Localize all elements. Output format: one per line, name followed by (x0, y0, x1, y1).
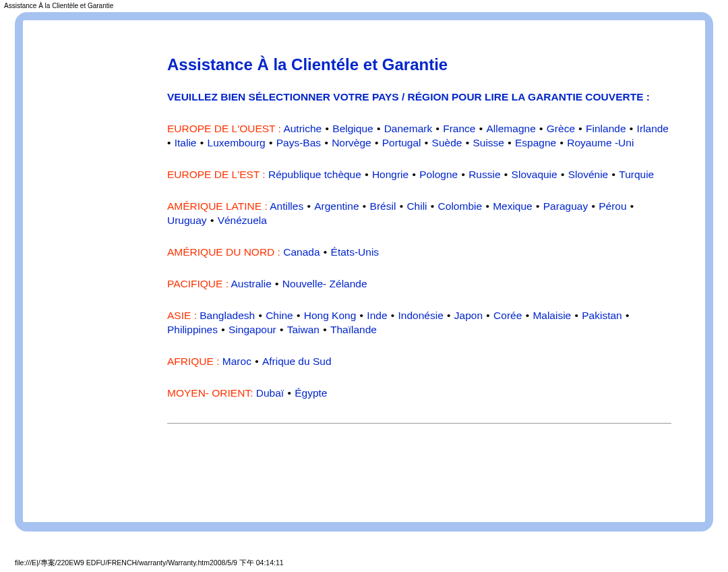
country-link[interactable]: Hong Kong (304, 310, 357, 321)
country-link[interactable]: République tchèque (268, 169, 361, 180)
country-link[interactable]: Suisse (473, 137, 504, 148)
country-link[interactable]: Russie (468, 169, 500, 180)
country-link[interactable]: Finlande (586, 123, 626, 134)
country-link[interactable]: Grèce (547, 123, 575, 134)
country-link[interactable]: Japon (454, 310, 483, 321)
country-link[interactable]: Australie (231, 278, 271, 289)
country-link[interactable]: Colombie (438, 200, 482, 212)
separator (167, 423, 671, 424)
bullet-separator: • (321, 137, 332, 148)
country-link[interactable]: Nouvelle- Zélande (282, 278, 367, 289)
bullet-separator: • (293, 310, 304, 321)
country-link[interactable]: Inde (367, 310, 387, 321)
bullet-separator: • (608, 169, 619, 180)
country-link[interactable]: Autriche (283, 123, 322, 134)
bullet-separator: • (432, 123, 443, 134)
bullet-separator: • (458, 169, 468, 180)
region-block: AFRIQUE : Maroc • Afrique du Sud (167, 355, 671, 369)
country-link[interactable]: Singapour (229, 324, 276, 335)
country-link[interactable]: Irlande (637, 123, 669, 134)
country-link[interactable]: Canada (283, 246, 320, 258)
country-link[interactable]: Espagne (515, 137, 556, 148)
bullet-separator: • (482, 200, 493, 212)
outer-frame: Assistance À la Clientéle et Garantie VE… (15, 12, 713, 532)
country-link[interactable]: Pologne (419, 169, 458, 180)
country-link[interactable]: Malaisie (533, 310, 571, 321)
country-link[interactable]: Belgique (332, 123, 373, 134)
bullet-separator: • (251, 355, 262, 367)
country-link[interactable]: Slovénie (568, 169, 608, 180)
bullet-separator: • (522, 310, 533, 321)
page-title: Assistance À la Clientéle et Garantie (167, 54, 671, 76)
page-root: Assistance À la Clientèle et Garantie As… (0, 0, 728, 572)
country-link[interactable]: Pakistan (582, 310, 621, 321)
instruction-text: VEUILLEZ BIEN SÉLECTIONNER VOTRE PAYS / … (167, 90, 671, 105)
bullet-separator: • (622, 310, 630, 321)
country-link[interactable]: Corée (493, 310, 522, 321)
bullet-separator: • (421, 137, 432, 148)
region-block: PACIFIQUE : Australie • Nouvelle- Zéland… (167, 277, 671, 291)
country-link[interactable]: Danemark (384, 123, 433, 134)
region-block: AMÉRIQUE DU NORD : Canada • États-Unis (167, 246, 671, 260)
country-link[interactable]: Chili (406, 200, 427, 212)
bullet-separator: • (303, 200, 314, 212)
country-link[interactable]: Vénézuela (218, 214, 267, 226)
bullet-separator: • (373, 123, 384, 134)
content-panel: Assistance À la Clientéle et Garantie VE… (23, 20, 705, 522)
country-link[interactable]: Chine (266, 310, 293, 321)
country-link[interactable]: Brésil (370, 200, 396, 212)
country-link[interactable]: Pérou (599, 200, 626, 212)
footer-file-path: file:///E|/專案/220EW9 EDFU/FRENCH/warrant… (15, 559, 284, 568)
country-link[interactable]: Thaïlande (330, 324, 377, 335)
region-label: AMÉRIQUE LATINE : (167, 200, 270, 212)
bullet-separator: • (371, 137, 382, 148)
bullet-separator: • (571, 310, 582, 321)
page-title-small: Assistance À la Clientèle et Garantie (4, 2, 113, 9)
country-link[interactable]: Turquie (619, 169, 654, 180)
country-link[interactable]: Taiwan (287, 324, 320, 335)
bullet-separator: • (462, 137, 473, 148)
country-link[interactable]: Suède (432, 137, 462, 148)
country-link[interactable]: Argentine (314, 200, 359, 212)
region-label: EUROPE DE L'OUEST : (167, 123, 283, 134)
regions-container: EUROPE DE L'OUEST : Autriche • Belgique … (167, 122, 671, 400)
bullet-separator: • (557, 169, 568, 180)
bullet-separator: • (627, 200, 635, 212)
country-link[interactable]: Royaume -Uni (567, 137, 634, 148)
bullet-separator: • (196, 137, 207, 148)
country-link[interactable]: France (443, 123, 475, 134)
country-link[interactable]: Slovaquie (512, 169, 557, 180)
country-link[interactable]: Indonésie (398, 310, 444, 321)
region-block: AMÉRIQUE LATINE : Antilles • Argentine •… (167, 200, 671, 228)
country-link[interactable]: Pays-Bas (276, 137, 321, 148)
country-link[interactable]: Paraguay (543, 200, 588, 212)
country-link[interactable]: Mexique (493, 200, 533, 212)
country-link[interactable]: Afrique du Sud (262, 355, 332, 367)
country-link[interactable]: Uruguay (167, 214, 207, 226)
country-link[interactable]: Dubaï (256, 387, 284, 399)
country-link[interactable]: Maroc (222, 355, 251, 367)
region-block: EUROPE DE L'EST : République tchèque • H… (167, 168, 671, 182)
country-link[interactable]: États-Unis (331, 246, 380, 258)
country-link[interactable]: Luxembourg (208, 137, 266, 148)
bullet-separator: • (533, 200, 543, 212)
country-link[interactable]: Italie (175, 137, 197, 148)
region-block: EUROPE DE L'OUEST : Autriche • Belgique … (167, 122, 671, 150)
bullet-separator: • (276, 324, 287, 335)
bullet-separator: • (444, 310, 454, 321)
country-link[interactable]: Allemagne (487, 123, 536, 134)
country-link[interactable]: Hongrie (372, 169, 408, 180)
bullet-separator: • (322, 123, 332, 134)
country-link[interactable]: Bangladesh (200, 310, 255, 321)
country-link[interactable]: Norvège (332, 137, 371, 148)
bullet-separator: • (284, 387, 295, 399)
country-link[interactable]: Égypte (295, 387, 327, 399)
bullet-separator: • (361, 169, 372, 180)
country-link[interactable]: Portugal (382, 137, 421, 148)
country-link[interactable]: Antilles (270, 200, 303, 212)
bullet-separator: • (536, 123, 547, 134)
bullet-separator: • (396, 200, 406, 212)
bullet-separator: • (475, 123, 486, 134)
bullet-separator: • (588, 200, 599, 212)
country-link[interactable]: Philippines (167, 324, 218, 335)
